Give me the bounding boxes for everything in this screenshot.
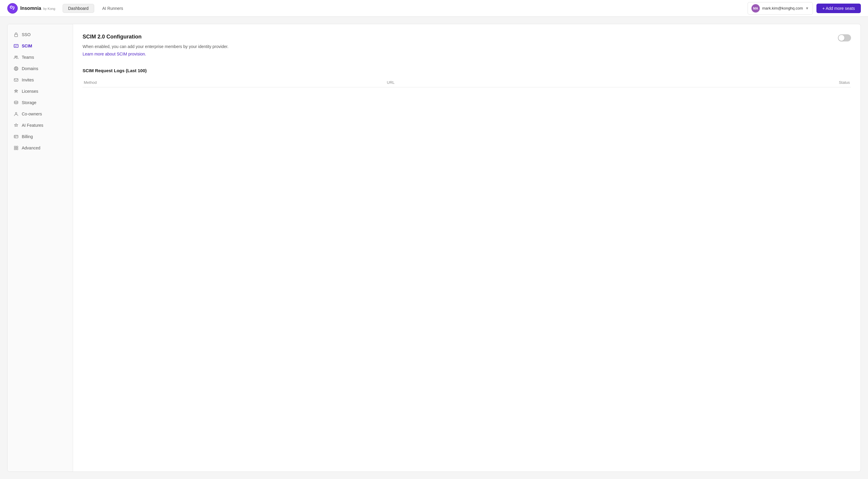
sidebar-label-billing: Billing <box>22 134 33 139</box>
svg-point-13 <box>17 90 18 91</box>
scim-config-title: SCIM 2.0 Configuration <box>83 34 833 40</box>
logo-text: Insomnia by Kong <box>20 6 56 11</box>
scim-config-section: SCIM 2.0 Configuration When enabled, you… <box>83 34 851 58</box>
sidebar-label-co-owners: Co-owners <box>22 112 42 116</box>
svg-rect-20 <box>14 148 16 150</box>
sidebar-label-storage: Storage <box>22 100 36 105</box>
chevron-down-icon: ▼ <box>805 6 809 10</box>
svg-point-0 <box>7 3 18 13</box>
sidebar-item-domains[interactable]: Domains <box>7 63 73 74</box>
svg-rect-19 <box>17 146 18 148</box>
sidebar-label-scim: SCIM <box>22 43 32 48</box>
sidebar-item-co-owners[interactable]: Co-owners <box>7 108 73 120</box>
logs-table: Method URL Status <box>83 78 851 87</box>
svg-rect-16 <box>14 136 18 138</box>
header-right: MA mark.kim@konghq.com ▼ + Add more seat… <box>748 2 861 14</box>
scim-icon <box>13 43 19 49</box>
main-content: SCIM 2.0 Configuration When enabled, you… <box>73 24 861 472</box>
svg-rect-21 <box>17 148 18 150</box>
logs-title: SCIM Request Logs (Last 100) <box>83 68 851 73</box>
billing-icon <box>13 134 19 139</box>
col-method: Method <box>83 78 386 87</box>
svg-rect-18 <box>14 146 16 148</box>
svg-point-14 <box>14 101 18 102</box>
main-container: SSO SCIM <box>0 17 868 479</box>
sidebar-item-teams[interactable]: Teams <box>7 52 73 63</box>
sidebar-label-licenses: Licenses <box>22 89 38 94</box>
sidebar-item-advanced[interactable]: Advanced <box>7 142 73 154</box>
add-seats-button[interactable]: + Add more seats <box>816 4 861 13</box>
ai-icon <box>13 123 19 128</box>
header-left: Insomnia by Kong Dashboard AI Runners <box>7 3 129 14</box>
svg-point-2 <box>11 6 12 8</box>
sidebar-label-invites: Invites <box>22 78 34 82</box>
scim-config-text: SCIM 2.0 Configuration When enabled, you… <box>83 34 833 58</box>
licenses-icon <box>13 89 19 94</box>
sidebar-label-teams: Teams <box>22 55 34 60</box>
sidebar-label-sso: SSO <box>22 32 31 37</box>
avatar: MA <box>751 4 760 12</box>
svg-rect-3 <box>14 34 18 37</box>
logo-icon <box>7 3 18 14</box>
tab-ai-runners[interactable]: AI Runners <box>97 4 129 13</box>
teams-icon <box>13 55 19 60</box>
scim-toggle[interactable] <box>838 34 851 41</box>
svg-point-12 <box>14 90 16 91</box>
svg-point-6 <box>17 56 18 57</box>
sidebar-label-advanced: Advanced <box>22 146 40 150</box>
storage-icon <box>13 100 19 105</box>
app-header: Insomnia by Kong Dashboard AI Runners MA… <box>0 0 868 17</box>
svg-point-11 <box>16 90 17 91</box>
sidebar-item-ai-features[interactable]: AI Features <box>7 120 73 131</box>
sidebar-label-domains: Domains <box>22 66 38 71</box>
sidebar-item-storage[interactable]: Storage <box>7 97 73 108</box>
tab-dashboard[interactable]: Dashboard <box>63 4 94 13</box>
advanced-icon <box>13 145 19 151</box>
scim-description-1: When enabled, you can add your enterpris… <box>83 43 833 50</box>
main-nav: Dashboard AI Runners <box>63 4 129 13</box>
sidebar-label-ai-features: AI Features <box>22 123 43 128</box>
logo: Insomnia by Kong <box>7 3 56 14</box>
svg-rect-9 <box>14 79 18 82</box>
sidebar-item-licenses[interactable]: Licenses <box>7 86 73 97</box>
sidebar-item-scim[interactable]: SCIM <box>7 40 73 52</box>
svg-rect-17 <box>15 137 16 138</box>
svg-point-15 <box>16 113 17 114</box>
mail-icon <box>13 77 19 83</box>
user-menu[interactable]: MA mark.kim@konghq.com ▼ <box>748 2 813 14</box>
sidebar: SSO SCIM <box>7 24 73 472</box>
svg-rect-4 <box>14 44 18 48</box>
col-url: URL <box>386 78 586 87</box>
col-status: Status <box>586 78 851 87</box>
sidebar-item-sso[interactable]: SSO <box>7 29 73 40</box>
globe-icon <box>13 66 19 71</box>
lock-icon <box>13 32 19 37</box>
logs-section: SCIM Request Logs (Last 100) Method URL … <box>83 68 851 87</box>
content-wrapper: SSO SCIM <box>7 24 861 472</box>
learn-more-link[interactable]: Learn more about SCIM provision. <box>83 52 146 56</box>
sidebar-item-invites[interactable]: Invites <box>7 74 73 86</box>
svg-point-5 <box>15 56 16 57</box>
sidebar-item-billing[interactable]: Billing <box>7 131 73 142</box>
coowners-icon <box>13 111 19 117</box>
user-email: mark.kim@konghq.com <box>762 6 803 10</box>
scim-description-2: Learn more about SCIM provision. <box>83 51 833 57</box>
